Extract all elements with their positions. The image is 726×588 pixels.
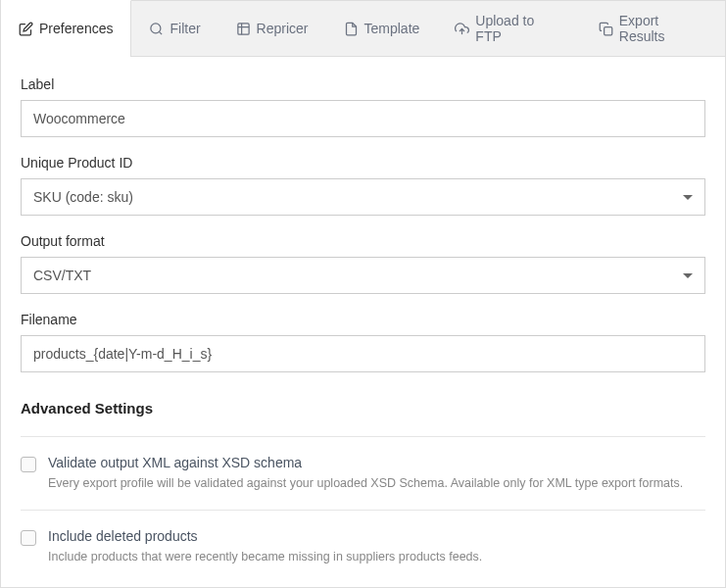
label-field-label: Label [21, 76, 705, 92]
filename-input[interactable] [21, 335, 705, 372]
output-format-select[interactable]: CSV/TXT [21, 257, 705, 294]
edit-icon [19, 22, 33, 36]
validate-xml-help: Every export profile will be validated a… [48, 476, 705, 490]
svg-line-1 [160, 31, 163, 34]
include-deleted-label[interactable]: Include deleted products [48, 528, 198, 544]
label-input[interactable] [21, 100, 705, 137]
advanced-settings-heading: Advanced Settings [21, 400, 705, 416]
product-id-select[interactable]: SKU (code: sku) [21, 178, 705, 216]
tab-label: Upload to FTP [475, 13, 562, 44]
tab-preferences[interactable]: Preferences [1, 0, 131, 56]
tab-template[interactable]: Template [326, 1, 438, 56]
chevron-down-icon [683, 195, 693, 200]
grid-icon [236, 22, 251, 36]
file-icon [344, 22, 359, 36]
product-id-value: SKU (code: sku) [33, 189, 133, 205]
divider [21, 510, 705, 511]
tab-label: Filter [169, 21, 200, 36]
include-deleted-help: Include products that were recently beca… [48, 550, 705, 564]
tabs-bar: Preferences Filter Repricer Template Upl… [1, 1, 725, 57]
tab-content: Label Unique Product ID SKU (code: sku) … [1, 57, 725, 588]
tab-upload-ftp[interactable]: Upload to FTP [437, 1, 580, 56]
tab-label: Export Results [619, 13, 707, 44]
validate-xml-checkbox[interactable] [21, 457, 36, 472]
output-format-label: Output format [21, 233, 705, 249]
svg-rect-2 [237, 23, 248, 33]
search-icon [149, 22, 164, 36]
tab-export-results[interactable]: Export Results [581, 1, 725, 56]
tab-filter[interactable]: Filter [131, 1, 218, 56]
filename-label: Filename [21, 312, 705, 327]
copy-icon [599, 22, 613, 36]
tab-repricer[interactable]: Repricer [218, 1, 326, 56]
validate-xml-label[interactable]: Validate output XML against XSD schema [48, 455, 302, 470]
svg-point-0 [151, 23, 161, 32]
include-deleted-checkbox[interactable] [21, 530, 36, 546]
upload-cloud-icon [455, 22, 469, 36]
product-id-label: Unique Product ID [21, 155, 705, 171]
tab-label: Repricer [257, 21, 309, 36]
divider [21, 436, 705, 437]
svg-rect-6 [604, 26, 611, 34]
tab-label: Preferences [39, 21, 113, 36]
preferences-panel: Preferences Filter Repricer Template Upl… [0, 0, 726, 588]
output-format-value: CSV/TXT [33, 268, 91, 283]
chevron-down-icon [683, 273, 693, 278]
tab-label: Template [364, 21, 420, 36]
